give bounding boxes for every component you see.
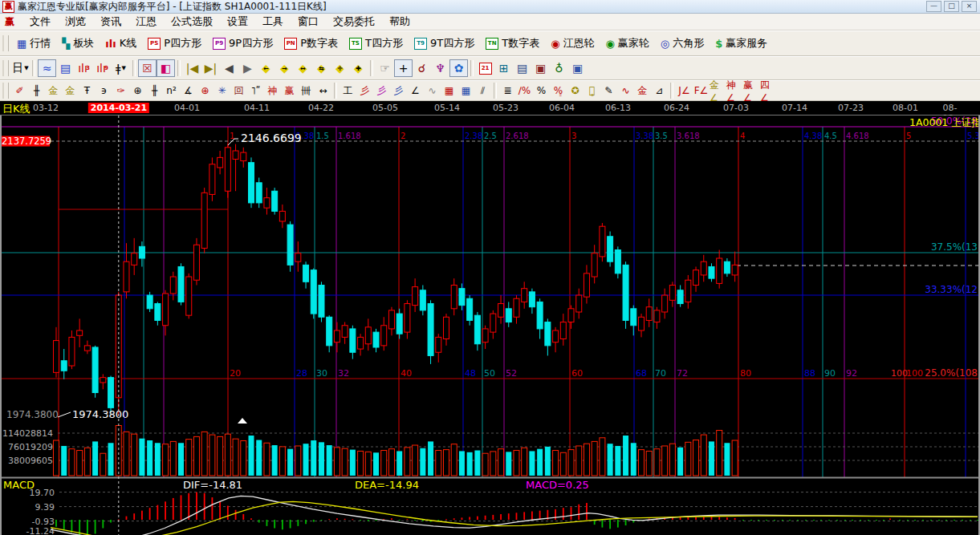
tool-grid-blue[interactable]: ▦ — [457, 83, 474, 99]
close-button[interactable]: × — [962, 1, 977, 12]
tool-wave-tool[interactable]: ∿ — [424, 83, 441, 99]
tool-tri-slash[interactable]: ⫽ — [474, 83, 491, 99]
tool-gold-ruler-1[interactable]: 金 — [45, 83, 62, 99]
tool-hexagon[interactable]: ◎六角形 — [655, 34, 710, 53]
tool-rail-grid[interactable]: 卌 — [298, 83, 315, 99]
menu-公式选股[interactable]: 公式选股 — [164, 14, 220, 30]
tool-candle-style[interactable]: ǂ▼ — [112, 59, 130, 77]
tool-9p-square[interactable]: P99P四方形 — [207, 34, 279, 53]
tool-winner-wheel[interactable]: ◉赢家轮 — [600, 34, 654, 53]
tool-fan-lines[interactable]: ∠ — [407, 83, 424, 99]
tool-swap-h[interactable]: ◆⇆ — [312, 59, 331, 77]
tool-grid-red[interactable]: ▦ — [441, 83, 457, 99]
menu-浏览[interactable]: 浏览 — [58, 14, 93, 30]
tool-p-square[interactable]: PSP四方形 — [142, 34, 207, 53]
tool-scale-ruler[interactable]: ≣ — [499, 83, 516, 99]
tool-star-blue[interactable]: ✳ — [213, 83, 230, 99]
chart-canvas[interactable]: 50.0%(1837.5%(1333.33%(1225.0%(10811.381… — [0, 116, 980, 535]
maximize-button[interactable]: □ — [944, 1, 959, 12]
tool-gold-circle[interactable]: ✪ — [567, 83, 584, 99]
menu-江恩[interactable]: 江恩 — [128, 14, 164, 30]
tool-quotes[interactable]: ▦行情 — [11, 34, 56, 53]
tool-gold-ruler-2[interactable]: 金 — [62, 83, 79, 99]
tool-expand-h[interactable]: ◆↔ — [294, 59, 312, 77]
tool-next[interactable]: ▶ — [238, 59, 257, 77]
tool-time-ruler[interactable]: ╫ — [28, 83, 45, 99]
tool-winner-service[interactable]: $赢家服务 — [710, 34, 773, 53]
tool-trend-wave[interactable]: ≈ — [38, 59, 56, 77]
menu-窗口[interactable]: 窗口 — [291, 14, 326, 30]
tool-crosshair[interactable]: + — [394, 59, 413, 77]
tool-brain-tool[interactable]: ✿ — [449, 59, 468, 77]
tool-fan-red[interactable]: 彡 — [356, 83, 373, 99]
tool-j-angle[interactable]: J∠ — [676, 83, 693, 99]
tool-kline-9[interactable]: ılı9 — [93, 59, 112, 77]
tool-brush[interactable]: ✐ — [11, 83, 28, 99]
tool-shift-right[interactable]: ◆→ — [275, 59, 294, 77]
tool-magnifier[interactable]: ☌ — [413, 59, 431, 77]
tool-kline-3[interactable]: ılı3 — [75, 59, 93, 77]
menu-交易委托[interactable]: 交易委托 — [326, 14, 382, 30]
tool-slash[interactable]: ⊿ — [651, 83, 668, 99]
tool-period-daily[interactable]: 日▼ — [11, 59, 30, 77]
tool-info-doc[interactable]: ▤ — [56, 59, 75, 77]
tool-calendar[interactable]: 21 — [476, 59, 494, 77]
tool-square-in-square[interactable]: 回 — [230, 83, 247, 99]
tool-calculator[interactable]: ⊞ — [494, 59, 513, 77]
tool-pct[interactable]: % — [533, 83, 550, 99]
tool-t-table[interactable]: TNT数字表 — [480, 34, 545, 53]
tool-zoom-out-cross[interactable]: ◆✚ — [349, 59, 368, 77]
tool-struct-tool[interactable]: ♆ — [431, 59, 449, 77]
tool-terminal[interactable]: ▣ — [568, 59, 587, 77]
tool-gold-level[interactable]: 金͇ — [584, 83, 600, 99]
tool-sectors[interactable]: ▚板块 — [56, 34, 100, 53]
tool-gold-red[interactable]: 金 — [634, 83, 651, 99]
tool-pencil-b[interactable]: ✎ — [600, 83, 617, 99]
tool-web-mail[interactable]: ♁ — [550, 59, 568, 77]
menu-文件[interactable]: 文件 — [22, 14, 58, 30]
tool-coil[interactable]: ϶ — [96, 83, 112, 99]
tool-notes[interactable]: ▤ — [513, 59, 531, 77]
tool-red-circle[interactable]: ⊕ — [197, 83, 213, 99]
tool-p-table[interactable]: PNP数字表 — [279, 34, 344, 53]
tool-t-square[interactable]: TST四方形 — [344, 34, 409, 53]
tool-hand-tool[interactable]: ☞ — [376, 59, 394, 77]
tool-9t-square[interactable]: T99T四方形 — [409, 34, 480, 53]
tool-f-angle[interactable]: F∠ — [693, 83, 710, 99]
tool-shen-grid[interactable]: 神 — [264, 83, 281, 99]
tool-h-arrows[interactable]: ↔ — [315, 83, 331, 99]
date-axis[interactable]: 日K线 03-122014-03-2104-0104-1104-2205-050… — [0, 101, 980, 116]
tool-ying-grid[interactable]: 赢 — [281, 83, 298, 99]
tool-shen-angle[interactable]: 神∠ — [726, 83, 743, 99]
tool-distribution[interactable]: ◧ — [157, 59, 175, 77]
tool-gann-wheel[interactable]: ◉江恩轮 — [545, 34, 600, 53]
tool-angle-tool[interactable]: ∡ — [180, 83, 197, 99]
tool-first-page[interactable]: |◀ — [183, 59, 201, 77]
menu-资讯[interactable]: 资讯 — [93, 14, 128, 30]
menu-工具[interactable]: 工具 — [255, 14, 291, 30]
tool-tick-ruler[interactable]: ╫ — [146, 83, 163, 99]
tool-last-page[interactable]: ▶| — [201, 59, 220, 77]
menu-帮助[interactable]: 帮助 — [382, 14, 417, 30]
tool-fan-blue[interactable]: 彡 — [390, 83, 407, 99]
tool-pct-line[interactable]: %͇ — [550, 83, 567, 99]
tool-ying-angle[interactable]: 赢∠ — [743, 83, 760, 99]
tool-time-circle[interactable]: ⊕ — [129, 83, 146, 99]
tool-zoom-in-cross[interactable]: ◆✛ — [331, 59, 349, 77]
tool-fan-purple[interactable]: 彡 — [373, 83, 390, 99]
tool-si-angle[interactable]: 四∠ — [760, 83, 777, 99]
tool-save[interactable]: ▣ — [531, 59, 550, 77]
tool-f-ruler[interactable]: Ŧ — [79, 83, 96, 99]
tool-red-pen[interactable]: ✑ — [112, 83, 129, 99]
tool-wave-red[interactable]: ∿ — [617, 83, 634, 99]
tool-pattern-red[interactable]: ☒ — [138, 59, 157, 77]
tool-frame-tool[interactable]: 工 — [340, 83, 356, 99]
menu-设置[interactable]: 设置 — [220, 14, 255, 30]
minimize-button[interactable]: — — [926, 1, 941, 12]
tool-n-square[interactable]: n² — [163, 83, 180, 99]
tool-gold-angle[interactable]: 金∠ — [710, 83, 726, 99]
tool-corner-mark[interactable]: ˥ʺ — [247, 83, 264, 99]
tool-pct-slash[interactable]: ∕% — [516, 83, 533, 99]
tool-kline[interactable]: ılıK线 — [100, 34, 142, 53]
tool-prev[interactable]: ◀ — [220, 59, 238, 77]
